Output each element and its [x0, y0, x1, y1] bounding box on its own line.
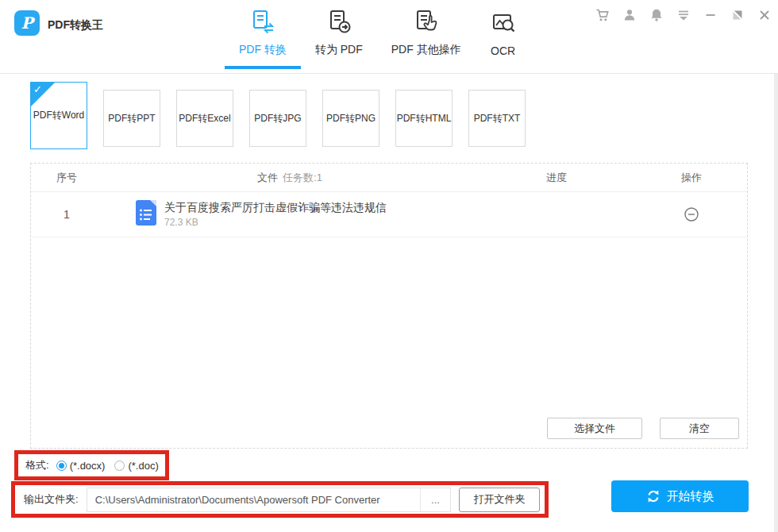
- tab-pdf-convert[interactable]: PDF 转换: [225, 9, 301, 69]
- cart-icon[interactable]: [594, 6, 611, 24]
- card-label: PDF转HTML: [397, 112, 452, 125]
- card-pdf-to-png[interactable]: PDF转PNG: [322, 90, 379, 147]
- bell-icon[interactable]: [648, 6, 665, 24]
- table-row: 1 关于百度搜索严厉打击虚假诈骗等违法违规信 72.3 KB: [31, 192, 747, 237]
- titlebar-icons: [594, 6, 773, 24]
- word-doc-icon: [136, 200, 156, 229]
- card-pdf-to-jpg[interactable]: PDF转JPG: [249, 90, 306, 147]
- browse-folder-button[interactable]: ...: [420, 488, 450, 511]
- selected-check-icon: ✓: [31, 83, 55, 106]
- card-pdf-to-html[interactable]: PDF转HTML: [395, 90, 453, 147]
- task-count-badge: 任务数:1: [283, 171, 322, 185]
- dropdown-menu-icon[interactable]: [675, 6, 692, 24]
- radio-selected-icon: [56, 461, 67, 471]
- app-logo-letter: P: [21, 13, 33, 33]
- header-progress: 进度: [477, 171, 636, 185]
- start-convert-label: 开始转换: [667, 489, 714, 504]
- card-pdf-to-excel[interactable]: PDF转Excel: [176, 90, 233, 147]
- maximize-button[interactable]: [729, 6, 746, 24]
- card-label: PDF转Word: [33, 109, 84, 122]
- header-index: 序号: [31, 171, 102, 185]
- output-path-value[interactable]: C:\Users\Administrator\Documents\Apowers…: [87, 488, 420, 511]
- format-label: 格式:: [25, 458, 49, 472]
- row-index: 1: [31, 208, 102, 221]
- radio-unselected-icon: [114, 461, 125, 471]
- tab-to-pdf-label: 转为 PDF: [315, 43, 363, 57]
- top-bar: P PDF转换王 PDF 转换: [0, 0, 778, 74]
- format-card-row: ✓ PDF转Word PDF转PPT PDF转Excel PDF转JPG PDF…: [30, 82, 526, 149]
- card-pdf-to-word[interactable]: ✓ PDF转Word: [30, 82, 87, 149]
- user-icon[interactable]: [621, 6, 638, 24]
- remove-file-button[interactable]: [636, 206, 747, 222]
- to-pdf-icon: [325, 9, 352, 36]
- tab-ocr[interactable]: OCR: [476, 10, 531, 69]
- header-file-label: 文件: [257, 171, 278, 185]
- ocr-icon: [490, 10, 517, 37]
- radio-docx-label: (*.docx): [70, 460, 106, 472]
- app-logo: P: [14, 10, 40, 36]
- pdf-convert-icon: [249, 9, 276, 36]
- tab-to-pdf[interactable]: 转为 PDF: [301, 9, 377, 69]
- row-file-cell: 关于百度搜索严厉打击虚假诈骗等违法违规信 72.3 KB: [102, 200, 477, 229]
- card-pdf-to-ppt[interactable]: PDF转PPT: [103, 90, 160, 147]
- radio-docx[interactable]: (*.docx): [56, 460, 106, 472]
- card-label: PDF转TXT: [474, 112, 521, 125]
- table-actions: 选择文件 清空: [547, 418, 739, 439]
- file-meta: 关于百度搜索严厉打击虚假诈骗等违法违规信 72.3 KB: [164, 201, 387, 228]
- select-files-button[interactable]: 选择文件: [547, 418, 642, 439]
- convert-arrows-icon: [646, 489, 661, 503]
- file-name: 关于百度搜索严厉打击虚假诈骗等违法违规信: [164, 201, 387, 215]
- output-path-field: C:\Users\Administrator\Documents\Apowers…: [87, 488, 451, 512]
- tab-pdf-other[interactable]: PDF 其他操作: [377, 9, 476, 69]
- file-list-panel: 序号 文件 任务数:1 进度 操作 1: [30, 163, 748, 449]
- close-button[interactable]: [756, 6, 773, 24]
- tab-pdf-other-label: PDF 其他操作: [391, 43, 461, 57]
- card-pdf-to-txt[interactable]: PDF转TXT: [468, 90, 526, 147]
- format-options-annotation-box: 格式: (*.docx) (*.doc): [14, 450, 169, 480]
- main-nav: PDF 转换 转为 PDF: [225, 9, 531, 69]
- radio-doc[interactable]: (*.doc): [114, 460, 158, 472]
- card-label: PDF转PNG: [326, 112, 376, 125]
- output-folder-label: 输出文件夹:: [24, 492, 79, 507]
- header-action: 操作: [636, 171, 747, 185]
- radio-doc-label: (*.doc): [128, 460, 158, 472]
- pdf-other-ops-icon: [413, 9, 440, 36]
- output-folder-annotation-box: 输出文件夹: C:\Users\Administrator\Documents\…: [11, 481, 549, 518]
- table-header: 序号 文件 任务数:1 进度 操作: [31, 164, 747, 192]
- start-convert-button[interactable]: 开始转换: [611, 480, 749, 512]
- minus-circle-icon: [684, 206, 699, 222]
- tab-ocr-label: OCR: [491, 44, 515, 57]
- format-radio-group: (*.docx) (*.doc): [56, 460, 159, 472]
- app-title: PDF转换王: [48, 18, 103, 33]
- header-file: 文件 任务数:1: [102, 171, 477, 185]
- file-size: 72.3 KB: [164, 217, 387, 228]
- card-label: PDF转PPT: [108, 112, 155, 125]
- open-folder-button[interactable]: 打开文件夹: [459, 488, 540, 512]
- tab-pdf-convert-label: PDF 转换: [239, 43, 287, 57]
- card-label: PDF转Excel: [179, 112, 230, 125]
- card-label: PDF转JPG: [254, 112, 301, 125]
- clear-button[interactable]: 清空: [660, 418, 739, 439]
- minimize-button[interactable]: [702, 6, 719, 24]
- window-right-edge: [774, 74, 778, 532]
